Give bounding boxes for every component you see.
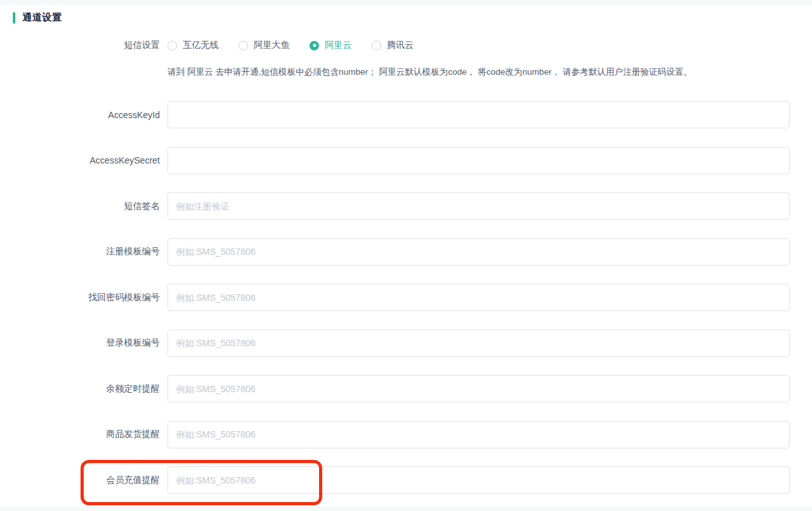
radio-option-label: 互亿无线 — [183, 40, 219, 51]
form-row-5: 登录模板编号 — [0, 330, 812, 357]
radio-option-label: 阿里云 — [325, 40, 352, 51]
sms-provider-radio-group: 互亿无线阿里大鱼阿里云腾讯云 — [168, 40, 433, 51]
form-row-8: 会员充值提醒 — [0, 466, 812, 494]
sms-hint-row: 请到 阿里云 去申请开通,短信模板中必须包含number； 阿里云默认模板为co… — [0, 66, 812, 78]
sms-setting-hint: 请到 阿里云 去申请开通,短信模板中必须包含number； 阿里云默认模板为co… — [168, 66, 692, 78]
radio-option-3[interactable]: 腾讯云 — [371, 40, 414, 51]
field-label: 注册模板编号 — [0, 246, 160, 257]
field-input-7[interactable] — [168, 421, 790, 448]
field-input-6[interactable] — [168, 375, 790, 402]
section-accent-bar — [13, 12, 15, 24]
page-title: 通道设置 — [22, 11, 62, 24]
field-label: AccessKeySecret — [0, 155, 160, 165]
radio-checked-icon — [309, 41, 319, 50]
radio-option-2[interactable]: 阿里云 — [309, 40, 352, 51]
form-row-0: AccessKeyId — [0, 101, 812, 128]
field-label: 登录模板编号 — [0, 337, 160, 349]
radio-unchecked-icon — [168, 41, 177, 50]
field-label: 余额定时提醒 — [0, 383, 160, 395]
field-input-8[interactable] — [168, 466, 790, 494]
field-label: AccessKeyId — [0, 110, 160, 120]
field-input-0[interactable] — [168, 101, 790, 128]
radio-option-0[interactable]: 互亿无线 — [168, 40, 219, 51]
sms-provider-row: 短信设置 互亿无线阿里大鱼阿里云腾讯云 — [0, 40, 812, 50]
field-label: 会员充值提醒 — [0, 475, 160, 486]
field-label: 短信签名 — [0, 201, 160, 212]
form-row-7: 商品发货提醒 — [0, 421, 812, 448]
field-label: 找回密码模板编号 — [0, 292, 160, 303]
radio-option-label: 阿里大鱼 — [254, 40, 290, 51]
field-label: 商品发货提醒 — [0, 429, 160, 440]
sms-setting-label: 短信设置 — [0, 40, 160, 51]
radio-unchecked-icon — [238, 41, 248, 50]
channel-settings-form: 短信设置 互亿无线阿里大鱼阿里云腾讯云 请到 阿里云 去申请开通,短信模板中必须… — [0, 5, 812, 494]
form-row-6: 余额定时提醒 — [0, 375, 812, 402]
field-input-5[interactable] — [168, 330, 790, 357]
radio-option-1[interactable]: 阿里大鱼 — [238, 40, 290, 51]
field-input-1[interactable] — [168, 147, 790, 174]
form-row-2: 短信签名 — [0, 192, 812, 220]
content-panel: 通道设置 短信设置 互亿无线阿里大鱼阿里云腾讯云 请到 阿里云 去申请开通,短信… — [0, 5, 812, 507]
field-input-2[interactable] — [168, 192, 790, 220]
form-fields: AccessKeyIdAccessKeySecret短信签名注册模板编号找回密码… — [0, 101, 812, 494]
form-row-3: 注册模板编号 — [0, 238, 812, 266]
field-input-3[interactable] — [168, 238, 790, 266]
radio-unchecked-icon — [371, 41, 381, 50]
form-row-4: 找回密码模板编号 — [0, 284, 812, 311]
channel-settings-page: 通道设置 短信设置 互亿无线阿里大鱼阿里云腾讯云 请到 阿里云 去申请开通,短信… — [0, 0, 812, 511]
form-row-1: AccessKeySecret — [0, 147, 812, 174]
field-input-4[interactable] — [168, 284, 790, 311]
section-header: 通道设置 — [13, 11, 62, 24]
radio-option-label: 腾讯云 — [387, 40, 414, 51]
